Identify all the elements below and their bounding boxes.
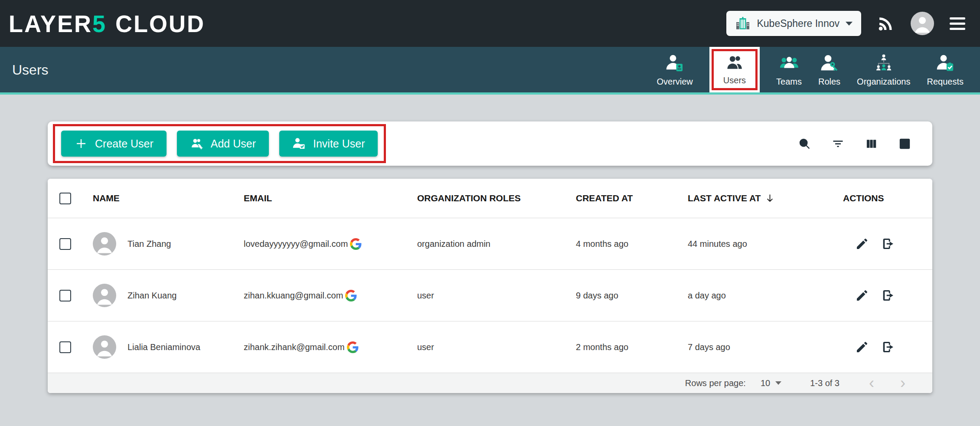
rows-per-page-value: 10 xyxy=(761,378,770,388)
next-page-button[interactable]: › xyxy=(898,375,907,391)
plus-icon xyxy=(74,137,88,151)
column-header-actions: ACTIONS xyxy=(833,193,932,203)
table-row: Tian Zhang lovedayyyyyyy@gmail.com organ… xyxy=(48,218,932,269)
remove-user-icon[interactable] xyxy=(881,288,895,302)
nav-label: Organizations xyxy=(857,77,910,87)
chevron-down-icon xyxy=(775,381,781,385)
pagination-range: 1-3 of 3 xyxy=(810,378,840,388)
add-user-label: Add User xyxy=(211,138,256,150)
main-menu-button[interactable] xyxy=(950,17,965,30)
requests-person-clipboard-icon xyxy=(935,53,955,73)
logo-part1: LAYER xyxy=(9,10,92,37)
google-provider-icon xyxy=(347,341,359,353)
column-header-email[interactable]: EMAIL xyxy=(233,193,407,203)
last-active-at: 7 days ago xyxy=(677,342,833,352)
layer5-cloud-logo: LAYER5CLOUD xyxy=(9,10,205,37)
edit-user-icon[interactable] xyxy=(855,340,869,354)
org-roles: organization admin xyxy=(407,239,565,249)
table-row: Zihan Kuang zihan.kkuang@gmail.com user … xyxy=(48,269,932,321)
user-avatar xyxy=(93,284,116,307)
nav-item-roles[interactable]: Roles xyxy=(818,47,840,92)
nav-item-teams[interactable]: Teams xyxy=(776,47,802,92)
grid-view-icon[interactable] xyxy=(898,137,911,151)
annotation-red-box-buttons: Create User Add User Invite User xyxy=(53,124,386,163)
logo-accent-5: 5 xyxy=(92,10,107,37)
remove-user-icon[interactable] xyxy=(881,340,895,354)
google-provider-icon xyxy=(345,290,357,301)
column-header-org-roles[interactable]: ORGANIZATION ROLES xyxy=(407,193,565,203)
building-icon xyxy=(735,16,751,31)
overview-person-badge-icon xyxy=(665,53,685,73)
nav-item-organizations[interactable]: Organizations xyxy=(857,47,910,92)
row-checkbox[interactable] xyxy=(59,341,71,353)
nav-label: Users xyxy=(723,75,746,85)
org-roles: user xyxy=(407,291,565,301)
create-user-label: Create User xyxy=(95,138,154,150)
created-at: 2 months ago xyxy=(565,342,677,352)
rows-per-page-select[interactable]: 10 xyxy=(761,378,781,388)
column-header-name[interactable]: NAME xyxy=(82,193,233,203)
org-roles: user xyxy=(407,342,565,352)
person-invite-icon xyxy=(292,137,306,151)
column-header-last-active-at[interactable]: LAST ACTIVE AT xyxy=(677,193,833,204)
create-user-button[interactable]: Create User xyxy=(61,131,167,157)
user-email: zihan.kkuang@gmail.com xyxy=(244,291,343,301)
search-icon[interactable] xyxy=(798,137,811,151)
user-avatar xyxy=(93,232,116,256)
user-name: Zihan Kuang xyxy=(127,291,176,301)
person-add-icon xyxy=(190,137,204,151)
logo-part2: CLOUD xyxy=(115,10,205,37)
user-avatar xyxy=(911,12,934,35)
app-header: LAYER5CLOUD KubeSphere Innov xyxy=(0,0,980,47)
feed-button[interactable] xyxy=(877,14,895,33)
hamburger-menu-icon xyxy=(950,17,965,30)
user-avatar xyxy=(93,335,116,359)
nav-label: Requests xyxy=(927,77,964,87)
created-at: 9 days ago xyxy=(565,291,677,301)
row-checkbox[interactable] xyxy=(59,238,71,250)
users-table: NAME EMAIL ORGANIZATION ROLES CREATED AT… xyxy=(48,179,932,393)
nav-label: Roles xyxy=(818,77,840,87)
org-selector-label: KubeSphere Innov xyxy=(757,18,840,29)
organization-selector[interactable]: KubeSphere Innov xyxy=(726,11,861,36)
last-active-at: 44 minutes ago xyxy=(677,239,833,249)
previous-page-button[interactable]: ‹ xyxy=(867,375,876,391)
user-email: zihank.zihank@gmail.com xyxy=(244,342,345,352)
user-name: Lialia Beniaminova xyxy=(127,342,200,352)
user-name: Tian Zhang xyxy=(127,239,171,249)
remove-user-icon[interactable] xyxy=(881,237,895,251)
users-people-icon xyxy=(725,54,745,72)
created-at: 4 months ago xyxy=(565,239,677,249)
user-email: lovedayyyyyyy@gmail.com xyxy=(244,239,348,249)
nav-item-overview[interactable]: Overview xyxy=(657,47,693,92)
rows-per-page-label: Rows per page: xyxy=(685,378,746,388)
user-menu-button[interactable] xyxy=(911,12,934,35)
chevron-down-icon xyxy=(846,22,853,26)
invite-user-button[interactable]: Invite User xyxy=(279,131,378,157)
filter-icon[interactable] xyxy=(831,137,845,151)
select-all-checkbox[interactable] xyxy=(59,193,71,204)
page-title: Users xyxy=(12,62,49,78)
edit-user-icon[interactable] xyxy=(855,237,869,251)
column-view-icon[interactable] xyxy=(865,137,878,151)
table-header-row: NAME EMAIL ORGANIZATION ROLES CREATED AT… xyxy=(48,179,932,218)
sort-desc-arrow-icon xyxy=(764,193,776,204)
table-row: Lialia Beniaminova zihank.zihank@gmail.c… xyxy=(48,321,932,373)
nav-item-requests[interactable]: Requests xyxy=(927,47,964,92)
edit-user-icon[interactable] xyxy=(855,288,869,302)
nav-item-users[interactable]: Users xyxy=(709,47,760,92)
annotation-red-box-users-tab: Users xyxy=(712,49,758,90)
table-pagination: Rows per page: 10 1-3 of 3 ‹ › xyxy=(48,373,932,393)
google-provider-icon xyxy=(350,238,362,250)
row-checkbox[interactable] xyxy=(59,290,71,301)
teams-group-icon xyxy=(779,53,799,73)
last-active-at: a day ago xyxy=(677,291,833,301)
column-header-created-at[interactable]: CREATED AT xyxy=(565,193,677,203)
invite-user-label: Invite User xyxy=(313,138,365,150)
organizations-hierarchy-icon xyxy=(874,53,894,73)
users-toolbar: Create User Add User Invite User xyxy=(48,121,932,166)
rss-icon xyxy=(877,14,895,33)
nav-label: Overview xyxy=(657,77,693,87)
add-user-button[interactable]: Add User xyxy=(177,131,269,157)
nav-label: Teams xyxy=(776,77,802,87)
